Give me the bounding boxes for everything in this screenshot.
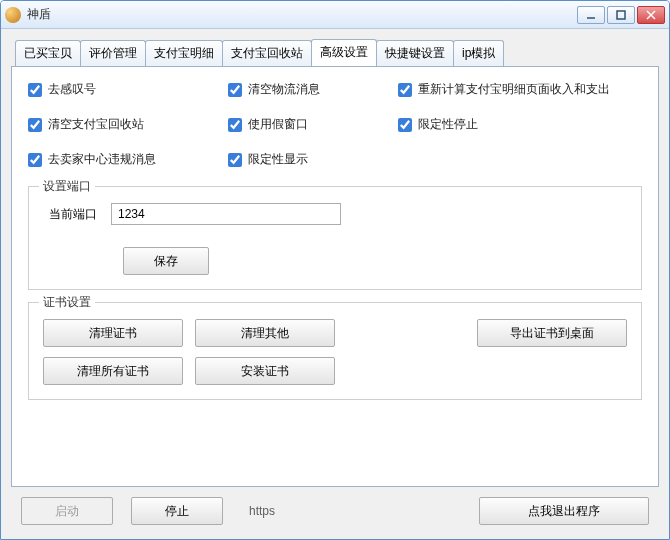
- tab-alipay-detail[interactable]: 支付宝明细: [145, 40, 223, 67]
- port-input[interactable]: [111, 203, 341, 225]
- tab-advanced[interactable]: 高级设置: [311, 39, 377, 66]
- check-limited-display[interactable]: 限定性显示: [228, 151, 398, 168]
- close-button[interactable]: [637, 6, 665, 24]
- clear-all-cert-button[interactable]: 清理所有证书: [43, 357, 183, 385]
- check-remove-seller-violation[interactable]: 去卖家中心违规消息: [28, 151, 228, 168]
- window-controls: [577, 6, 665, 24]
- export-cert-button[interactable]: 导出证书到桌面: [477, 319, 627, 347]
- check-label: 使用假窗口: [248, 116, 308, 133]
- clear-other-button[interactable]: 清理其他: [195, 319, 335, 347]
- tab-ip-sim[interactable]: ip模拟: [453, 40, 504, 67]
- options-grid: 去感叹号 清空物流消息 重新计算支付宝明细页面收入和支出 清空支付宝回收站 使用…: [28, 81, 642, 168]
- start-button: 启动: [21, 497, 113, 525]
- window-title: 神盾: [27, 6, 51, 23]
- port-label: 当前端口: [49, 206, 97, 223]
- tab-alipay-recycle[interactable]: 支付宝回收站: [222, 40, 312, 67]
- check-clear-alipay-recycle[interactable]: 清空支付宝回收站: [28, 116, 228, 133]
- port-legend: 设置端口: [39, 178, 95, 195]
- titlebar: 神盾: [1, 1, 669, 29]
- check-label: 限定性显示: [248, 151, 308, 168]
- check-limited-stop[interactable]: 限定性停止: [398, 116, 642, 133]
- bottom-bar: 启动 停止 https 点我退出程序: [11, 487, 659, 531]
- clear-cert-button[interactable]: 清理证书: [43, 319, 183, 347]
- app-icon: [5, 7, 21, 23]
- https-label: https: [249, 504, 275, 518]
- tabs: 已买宝贝 评价管理 支付宝明细 支付宝回收站 高级设置 快捷键设置 ip模拟: [15, 39, 659, 66]
- port-fieldset: 设置端口 当前端口 保存: [28, 186, 642, 290]
- app-window: 神盾 已买宝贝 评价管理 支付宝明细 支付宝回收站 高级设置 快捷键设置 ip模…: [0, 0, 670, 540]
- tab-panel: 去感叹号 清空物流消息 重新计算支付宝明细页面收入和支出 清空支付宝回收站 使用…: [11, 66, 659, 487]
- svg-rect-1: [617, 11, 625, 19]
- check-label: 清空物流消息: [248, 81, 320, 98]
- check-remove-exclaim[interactable]: 去感叹号: [28, 81, 228, 98]
- tab-reviews[interactable]: 评价管理: [80, 40, 146, 67]
- cert-legend: 证书设置: [39, 294, 95, 311]
- check-label: 重新计算支付宝明细页面收入和支出: [418, 81, 610, 98]
- check-recalc-alipay[interactable]: 重新计算支付宝明细页面收入和支出: [398, 81, 642, 98]
- check-fake-window[interactable]: 使用假窗口: [228, 116, 398, 133]
- tab-purchased[interactable]: 已买宝贝: [15, 40, 81, 67]
- check-clear-logistics[interactable]: 清空物流消息: [228, 81, 398, 98]
- exit-button[interactable]: 点我退出程序: [479, 497, 649, 525]
- minimize-button[interactable]: [577, 6, 605, 24]
- tab-hotkeys[interactable]: 快捷键设置: [376, 40, 454, 67]
- check-label: 去感叹号: [48, 81, 96, 98]
- maximize-button[interactable]: [607, 6, 635, 24]
- stop-button[interactable]: 停止: [131, 497, 223, 525]
- install-cert-button[interactable]: 安装证书: [195, 357, 335, 385]
- check-label: 限定性停止: [418, 116, 478, 133]
- check-label: 去卖家中心违规消息: [48, 151, 156, 168]
- save-button[interactable]: 保存: [123, 247, 209, 275]
- client-area: 已买宝贝 评价管理 支付宝明细 支付宝回收站 高级设置 快捷键设置 ip模拟 去…: [1, 29, 669, 539]
- cert-fieldset: 证书设置 清理证书 清理其他 导出证书到桌面 清理所有证书 安装证书: [28, 302, 642, 400]
- check-label: 清空支付宝回收站: [48, 116, 144, 133]
